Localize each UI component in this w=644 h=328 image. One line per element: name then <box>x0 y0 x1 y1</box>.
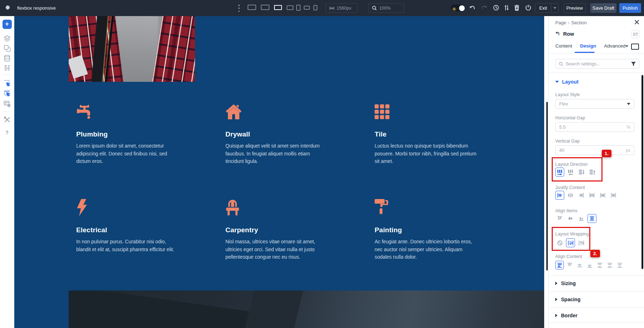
zoom-control[interactable]: 100% <box>368 3 404 13</box>
wireframe-toggle-button[interactable] <box>631 30 639 38</box>
active-tab-underline <box>575 52 595 53</box>
redo-icon[interactable] <box>481 5 487 11</box>
section-spacing[interactable]: Spacing <box>555 297 580 302</box>
service-title: Electrical <box>76 225 209 235</box>
service-card-plumbing: Plumbing Lorem ipsum dolor sit amet, con… <box>76 104 209 165</box>
service-card-tile: Tile Luctus lectus non quisque turpis bi… <box>375 104 507 165</box>
device-desktop-icon[interactable] <box>261 5 269 10</box>
expand-caret-icon <box>555 282 557 285</box>
layout-style-select[interactable]: Flex <box>555 99 634 109</box>
section-layout[interactable]: Layout <box>555 79 579 85</box>
justify-end-button[interactable] <box>577 191 586 200</box>
justify-space-between-button[interactable] <box>587 191 596 200</box>
device-phone-landscape-icon[interactable] <box>304 6 310 10</box>
tile-grid-icon <box>375 104 507 119</box>
left-sidebar: + ? <box>0 16 14 328</box>
breadcrumb-page[interactable]: Page <box>555 20 566 25</box>
justify-space-around-button[interactable] <box>598 191 607 200</box>
save-draft-button[interactable]: Save Draft <box>590 3 616 13</box>
add-element-button[interactable]: + <box>3 20 12 29</box>
content-stretch-button[interactable] <box>555 261 564 269</box>
faucet-icon <box>76 104 209 119</box>
annotation-box-2 <box>552 227 590 251</box>
content-start-button[interactable] <box>565 261 574 269</box>
settings-gear-icon[interactable] <box>5 5 11 13</box>
align-end-button[interactable] <box>577 214 586 223</box>
trash-icon[interactable] <box>514 5 519 12</box>
content-end-button[interactable] <box>585 261 594 269</box>
element-outline-icon[interactable] <box>631 44 639 50</box>
annotation-badge-1: 1. <box>602 150 611 157</box>
page-canvas[interactable]: Plumbing Lorem ipsum dolor sit amet, con… <box>14 16 544 328</box>
preview-button[interactable]: Preview <box>564 3 586 13</box>
select-caret-icon <box>627 103 630 105</box>
justify-start-button[interactable] <box>555 191 564 200</box>
device-phone-icon[interactable] <box>313 5 317 10</box>
close-icon[interactable] <box>634 20 639 26</box>
exit-button[interactable]: Exit <box>535 3 559 13</box>
justify-center-button[interactable] <box>566 191 575 200</box>
panel-scrollbar[interactable] <box>641 75 643 269</box>
align-start-button[interactable] <box>555 214 564 223</box>
annotation-badge-2: 2. <box>590 250 600 257</box>
widgets-settings-icon[interactable] <box>3 100 11 109</box>
filter-icon[interactable] <box>631 62 636 66</box>
expand-caret-icon <box>555 298 557 301</box>
canvas-scrollbar[interactable] <box>546 102 548 270</box>
layout-style-label: Layout Style <box>555 92 580 97</box>
back-arrow-icon[interactable] <box>555 31 560 37</box>
content-list-icon[interactable] <box>4 64 11 73</box>
search-settings-input[interactable]: Search settings... <box>555 59 639 69</box>
device-tablet-landscape-icon[interactable] <box>287 5 293 10</box>
device-tablet-icon[interactable] <box>296 5 301 11</box>
annotation-box-1 <box>552 157 602 182</box>
align-content-options <box>555 261 624 269</box>
breadcrumb-section[interactable]: Section <box>571 20 587 25</box>
content-space-evenly-button[interactable] <box>615 261 624 269</box>
device-laptop-icon[interactable] <box>274 5 282 10</box>
tab-advanced[interactable]: Advanced <box>604 43 625 49</box>
service-description: Ac feugiat ante. Donec ultricies loborti… <box>375 238 507 261</box>
power-icon[interactable] <box>525 5 531 12</box>
exit-dropdown-caret[interactable] <box>551 7 558 9</box>
help-icon[interactable]: ? <box>5 129 9 135</box>
section-border[interactable]: Border <box>555 313 577 318</box>
justify-content-options <box>555 191 618 200</box>
service-card-drywall: Drywall Quisque aliquet velit sit amet s… <box>225 104 358 165</box>
select-container-icon[interactable] <box>3 89 11 98</box>
align-items-options <box>555 214 596 223</box>
history-clock-icon[interactable] <box>493 5 499 12</box>
service-title: Tile <box>375 130 507 139</box>
content-space-between-button[interactable] <box>595 261 604 269</box>
service-title: Plumbing <box>76 130 209 139</box>
templates-icon[interactable] <box>4 45 11 53</box>
publish-button[interactable]: Publish <box>619 3 641 13</box>
content-center-button[interactable] <box>575 261 584 269</box>
justify-space-evenly-button[interactable] <box>609 191 618 200</box>
house-icon <box>225 104 358 119</box>
tab-design[interactable]: Design <box>580 43 596 49</box>
content-space-around-button[interactable] <box>605 261 614 269</box>
bolt-icon <box>76 199 209 216</box>
service-description: Luctus lectus non quisque turpis bibendu… <box>375 142 507 165</box>
service-card-carpentry: Carpentry Nisl massa, ultrices vitae orn… <box>225 199 358 261</box>
layers-icon[interactable] <box>4 35 11 44</box>
undo-icon[interactable] <box>469 5 476 12</box>
database-icon[interactable] <box>4 55 11 63</box>
select-element-icon[interactable] <box>3 79 11 88</box>
sort-arrows-icon[interactable] <box>504 5 509 12</box>
vertical-gap-input[interactable]: 40 px <box>555 145 634 155</box>
tab-content[interactable]: Content <box>555 43 572 49</box>
align-center-button[interactable] <box>566 214 575 223</box>
more-options-icon[interactable] <box>238 5 240 12</box>
tools-icon[interactable] <box>4 116 11 125</box>
canvas-width-input[interactable]: 1560px <box>326 3 358 13</box>
align-stretch-button[interactable] <box>587 214 596 223</box>
dark-mode-toggle[interactable] <box>451 5 465 11</box>
horizontal-gap-input[interactable]: 5.5 % <box>555 122 634 132</box>
device-desktop-large-icon[interactable] <box>248 5 256 10</box>
tabs-dropdown-caret[interactable] <box>625 45 628 47</box>
expand-caret-icon <box>555 314 557 317</box>
hero-photo-plaid-shirt <box>69 16 195 82</box>
section-sizing[interactable]: Sizing <box>555 280 576 286</box>
